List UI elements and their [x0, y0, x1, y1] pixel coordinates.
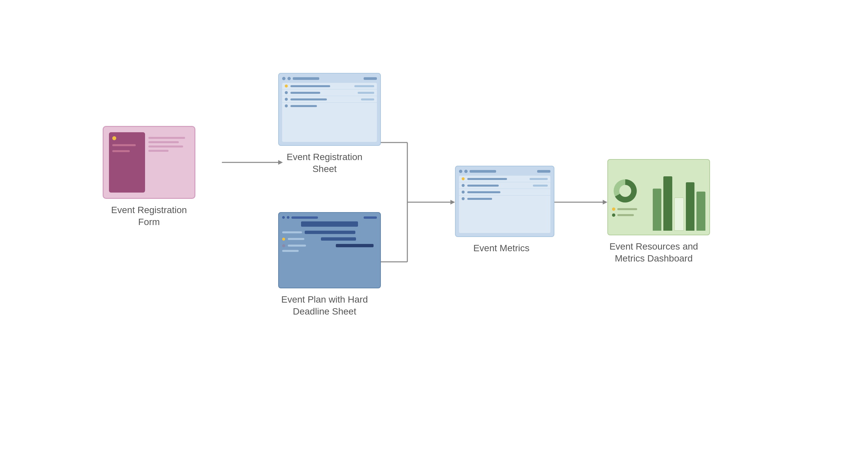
gantt-rows	[282, 230, 377, 284]
pie-chart	[612, 178, 639, 204]
metrics-dot-2	[464, 170, 468, 173]
legend-dot-1	[612, 207, 615, 211]
form-left-panel	[109, 132, 145, 193]
gantt-row-label-1	[282, 231, 302, 233]
sheet-row-4	[282, 103, 377, 109]
form-right-line-3	[148, 145, 183, 147]
metrics-rows	[459, 176, 550, 233]
sheet-row-2	[282, 89, 377, 96]
gantt-row-3	[282, 243, 377, 248]
sheet-row-dot-1	[285, 85, 288, 87]
metrics-row-bar-2	[467, 184, 499, 186]
dashboard-left	[612, 178, 649, 217]
gantt-row-bar-area-2	[307, 237, 377, 241]
gantt-dot-2	[287, 216, 289, 219]
sheet-row-bar-4	[290, 105, 317, 107]
form-right-panel	[148, 132, 189, 193]
dashboard-bar-chart	[653, 164, 705, 231]
gantt-dot-3	[282, 244, 285, 247]
gantt-row-label-2	[288, 238, 304, 240]
form-label: Event Registration Form	[103, 204, 195, 228]
gantt-card	[278, 212, 381, 288]
metrics-row-4	[459, 196, 550, 202]
sheet-row-bar2-2	[358, 92, 374, 94]
svg-marker-6	[451, 200, 455, 204]
legend-line-2	[617, 214, 634, 216]
sheet-row-3	[282, 96, 377, 103]
metrics-header-line-2	[537, 170, 550, 173]
form-inner	[109, 132, 189, 193]
svg-marker-8	[603, 200, 608, 204]
metrics-row-bar2-1	[530, 178, 548, 180]
gantt-row-1	[282, 230, 377, 235]
sheet-rows	[282, 83, 377, 142]
sheet-row-dot-3	[285, 98, 288, 101]
legend-dot-2	[612, 213, 615, 217]
sheet-header-line-2	[364, 77, 377, 80]
form-right-line-2	[148, 141, 179, 143]
metrics-header	[459, 170, 550, 173]
flow-arrows	[0, 0, 868, 465]
plan-sheet-label: Event Plan with Hard Deadline Sheet	[278, 294, 371, 318]
metrics-header-line	[470, 170, 496, 173]
form-right-line-4	[148, 150, 169, 152]
metrics-row-3	[459, 189, 550, 196]
dashboard-card	[608, 159, 710, 235]
gantt-row-4	[282, 250, 377, 252]
metrics-row-bar-3	[467, 191, 500, 193]
sheet-row-dot-4	[285, 105, 288, 107]
sheet-row-bar-1	[290, 85, 330, 87]
metrics-row-2	[459, 182, 550, 189]
gantt-row-bar-area-3	[309, 243, 377, 248]
gantt-bar-3	[336, 244, 373, 247]
form-line-2	[112, 150, 130, 152]
registration-sheet-card	[278, 73, 381, 146]
sheet-row-dot-2	[285, 91, 288, 94]
registration-sheet-label: Event Registration Sheet	[278, 151, 371, 175]
gantt-row-label-4	[282, 250, 299, 252]
bar-5	[696, 192, 705, 231]
bar-1	[653, 188, 662, 231]
diagram-container: Event Registration Form	[0, 0, 868, 465]
gantt-row-label-3	[288, 244, 306, 246]
gantt-bar-2	[321, 237, 356, 241]
sheet-row-bar2-3	[361, 98, 374, 100]
plan-sheet-node: Event Plan with Hard Deadline Sheet	[278, 212, 381, 318]
metrics-row-dot-3	[462, 191, 465, 194]
gantt-row-bar-area-1	[305, 230, 377, 235]
svg-point-10	[619, 185, 631, 197]
metrics-dot-1	[459, 170, 462, 173]
legend-item-1	[612, 207, 649, 211]
gantt-dot-yellow	[282, 238, 285, 241]
gantt-bar-1	[305, 231, 355, 234]
metrics-row-bar2-2	[533, 184, 548, 186]
metrics-row-dot-2	[462, 184, 465, 187]
form-dot	[112, 136, 116, 140]
sheet-row-bar-2	[290, 92, 320, 94]
metrics-row-dot-1	[462, 177, 465, 180]
sheet-row-1	[282, 83, 377, 89]
metrics-card	[455, 166, 554, 237]
form-right-line-1	[148, 137, 185, 139]
metrics-label: Event Metrics	[455, 242, 548, 254]
sheet-header-line	[293, 77, 319, 80]
form-line-1	[112, 144, 136, 146]
gantt-row-2	[282, 237, 377, 241]
sheet-row-bar-3	[290, 98, 327, 100]
gantt-header	[282, 216, 377, 219]
legend-item-2	[612, 213, 649, 217]
dashboard-legend	[612, 207, 649, 217]
dashboard-node: Event Resources and Metrics Dashboard	[608, 159, 710, 265]
metrics-row-bar-1	[467, 178, 507, 180]
sheet-header	[282, 77, 377, 80]
sheet-dot-2	[287, 77, 291, 80]
gantt-title	[301, 222, 358, 227]
sheet-dot-1	[282, 77, 285, 80]
gantt-dot-1	[282, 216, 285, 219]
bar-4	[686, 182, 695, 231]
form-card	[103, 126, 195, 199]
registration-sheet-node: Event Registration Sheet	[278, 73, 381, 175]
form-node: Event Registration Form	[103, 126, 195, 228]
metrics-node: Event Metrics	[455, 166, 554, 254]
bar-3	[674, 198, 684, 231]
